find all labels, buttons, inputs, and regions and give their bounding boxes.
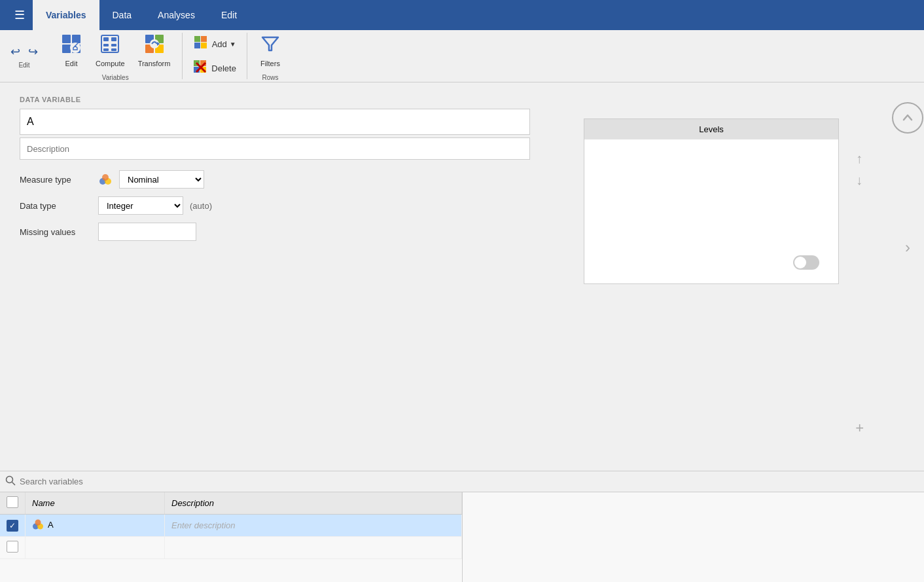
svg-rect-22 <box>201 43 207 48</box>
empty-name-cell <box>26 537 165 559</box>
variables-toolbar-group: Edit Compute <box>48 33 183 79</box>
edit-label: Edit <box>65 60 78 67</box>
levels-header: Levels <box>584 119 838 139</box>
undo-button[interactable]: ↩ <box>8 43 23 60</box>
edit-group-label: Edit <box>18 62 29 69</box>
level-down-button[interactable]: ↓ <box>855 172 864 189</box>
nav-tab-edit[interactable]: Edit <box>208 0 250 30</box>
add-button[interactable]: Add ▼ <box>190 33 240 56</box>
table-header-checkbox <box>0 492 26 515</box>
add-label: Add <box>212 39 227 49</box>
data-type-label: Data type <box>20 201 92 211</box>
filters-label: Filters <box>260 60 280 67</box>
bottom-area: Name Description ✓ <box>0 471 924 582</box>
section-title: DATA VARIABLE <box>20 96 872 103</box>
svg-rect-10 <box>111 44 116 46</box>
nav-tab-variables[interactable]: Variables <box>33 0 99 30</box>
hamburger-menu[interactable]: ☰ <box>7 3 33 27</box>
editor-panel: DATA VARIABLE Measure type Nominal Ordin… <box>0 82 891 471</box>
data-type-select[interactable]: Integer Decimal Text <box>98 196 183 215</box>
auto-label: (auto) <box>190 201 212 211</box>
variables-group-label: Variables <box>102 74 129 81</box>
nav-tab-analyses[interactable]: Analyses <box>145 0 208 30</box>
retain-toggle[interactable] <box>793 255 819 270</box>
compute-icon <box>99 33 120 58</box>
right-nav: › <box>891 82 924 471</box>
table-row-empty <box>0 537 461 559</box>
empty-checkbox[interactable] <box>7 541 18 553</box>
top-nav: ☰ Variables Data Analyses Edit <box>0 0 924 30</box>
missing-values-input[interactable] <box>98 223 196 241</box>
compute-button[interactable]: Compute <box>90 31 130 70</box>
description-input[interactable] <box>20 137 530 160</box>
toolbar: ↩ ↪ Edit Edit <box>0 30 924 82</box>
table-header-description: Description <box>165 492 462 515</box>
rows-group-label: Rows <box>262 74 278 81</box>
table-row[interactable]: ✓ A <box>0 515 461 537</box>
svg-line-34 <box>12 482 16 486</box>
empty-desc-cell <box>165 537 462 559</box>
row-description: Enter description <box>171 520 236 530</box>
main-content: DATA VARIABLE Measure type Nominal Ordin… <box>0 82 924 471</box>
select-all-checkbox[interactable] <box>7 496 18 508</box>
nav-tab-data[interactable]: Data <box>99 0 145 30</box>
svg-rect-8 <box>111 37 116 41</box>
svg-point-4 <box>70 43 80 53</box>
row-checkbox-cell: ✓ <box>0 515 26 537</box>
transform-button[interactable]: Transform <box>133 31 176 70</box>
svg-rect-9 <box>103 44 109 46</box>
nominal-icon <box>98 172 113 187</box>
level-up-button[interactable]: ↑ <box>855 150 864 168</box>
up-arrow-button[interactable] <box>892 102 923 134</box>
redo-button[interactable]: ↪ <box>26 43 41 60</box>
transform-icon <box>144 33 165 58</box>
svg-rect-20 <box>201 36 207 42</box>
search-row <box>0 471 924 492</box>
row-name-cell: A <box>26 515 165 537</box>
row-description-cell[interactable]: Enter description <box>165 515 462 537</box>
svg-rect-12 <box>111 48 116 51</box>
filter-icon <box>260 33 281 58</box>
right-chevron[interactable]: › <box>905 238 910 257</box>
svg-point-32 <box>102 174 109 181</box>
search-input[interactable] <box>20 477 700 486</box>
delete-icon <box>193 60 209 77</box>
svg-rect-2 <box>62 45 71 53</box>
undo-redo-group: ↩ ↪ Edit <box>0 33 48 79</box>
filters-group: Filters Rows <box>247 33 293 79</box>
compute-label: Compute <box>96 60 125 67</box>
bottom-right-panel <box>462 492 925 582</box>
svg-marker-29 <box>262 37 278 50</box>
svg-rect-1 <box>72 35 80 43</box>
row-checkbox[interactable]: ✓ <box>7 520 18 532</box>
empty-checkbox-cell <box>0 537 26 559</box>
add-delete-group: Add ▼ <box>183 33 247 79</box>
add-level-button[interactable]: + <box>855 420 864 437</box>
add-dropdown-arrow: ▼ <box>230 41 236 48</box>
row-nominal-icon <box>32 518 44 530</box>
search-icon <box>5 475 16 488</box>
missing-values-label: Missing values <box>20 227 92 237</box>
svg-rect-7 <box>103 37 109 41</box>
variables-table: Name Description ✓ <box>0 492 462 582</box>
filters-button[interactable]: Filters <box>254 31 287 70</box>
edit-button[interactable]: Edit <box>55 31 88 70</box>
measure-type-select[interactable]: Nominal Ordinal Continuous ID <box>119 170 204 189</box>
levels-controls: ↑ ↓ <box>855 150 864 189</box>
variable-name-input[interactable] <box>20 109 530 135</box>
transform-label: Transform <box>138 60 171 67</box>
row-name: A <box>48 520 54 530</box>
add-icon <box>194 35 209 53</box>
svg-rect-21 <box>194 43 200 48</box>
svg-point-33 <box>7 477 13 483</box>
delete-button[interactable]: Delete <box>189 57 240 80</box>
edit-icon <box>61 33 82 58</box>
svg-rect-19 <box>194 36 200 42</box>
table-area: Name Description ✓ <box>0 492 924 582</box>
svg-point-37 <box>35 520 41 526</box>
table-header-name: Name <box>26 492 165 515</box>
measure-type-label: Measure type <box>20 175 92 185</box>
delete-label: Delete <box>211 64 236 73</box>
svg-rect-11 <box>103 48 109 51</box>
svg-rect-0 <box>62 35 71 43</box>
